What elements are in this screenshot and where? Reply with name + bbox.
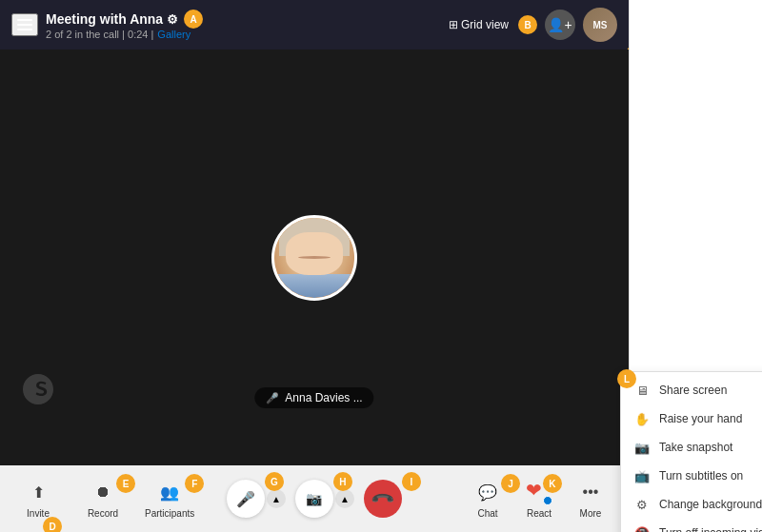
video-chevron[interactable]: ▲ <box>335 489 354 508</box>
header: Meeting with Anna ⚙ A 2 of 2 in the call… <box>0 0 629 49</box>
menu-turn-off-video[interactable]: 📵 Turn off incoming video <box>621 519 762 532</box>
avatar[interactable]: MS <box>583 8 617 42</box>
participants-icon: 👥 <box>156 479 183 505</box>
subtitles-icon: 📺 <box>634 468 650 483</box>
react-button[interactable]: ❤ React K <box>526 479 552 519</box>
settings-icon[interactable]: ⚙ <box>167 12 178 27</box>
turn-off-video-icon: 📵 <box>634 525 650 532</box>
notification-dot <box>543 496 552 505</box>
gallery-link[interactable]: Gallery <box>157 29 190 40</box>
annotation-F: F <box>185 474 204 493</box>
share-screen-label: Share screen <box>659 384 727 397</box>
subtitles-label: Turn subtitles on <box>659 469 743 483</box>
menu-change-background[interactable]: ⚙ Change background <box>621 490 762 519</box>
skype-watermark <box>19 370 57 408</box>
mic-chevron[interactable]: ▲ <box>267 489 286 508</box>
chat-button[interactable]: 💬 Chat J <box>465 479 511 519</box>
menu-take-snapshot[interactable]: 📷 Take snapshot <box>621 433 762 462</box>
header-subtitle: 2 of 2 in the call | 0:24 | Gallery <box>46 29 203 40</box>
menu-share-screen[interactable]: 🖥 Share screen <box>621 376 762 404</box>
context-menu: 🖥 Share screen ✋ Raise your hand 📷 Take … <box>620 371 762 532</box>
toolbar-right: 💬 Chat J ❤ React K ••• More <box>414 479 613 519</box>
toolbar: ⬆ Invite D ⏺ Record E 👥 Participants F 🎤… <box>0 465 629 532</box>
change-background-label: Change background <box>659 498 762 511</box>
toolbar-center: 🎤 G ▲ 📷 H ▲ 📞 I <box>214 480 413 518</box>
react-label: React <box>527 508 551 519</box>
more-label: More <box>580 508 602 519</box>
annotation-I: I <box>402 472 421 491</box>
record-icon: ⏺ <box>90 479 116 505</box>
right-panel: L 🖥 Share screen ✋ Raise your hand 📷 Tak… <box>629 0 762 532</box>
record-label: Record <box>88 508 118 519</box>
participants-button[interactable]: 👥 Participants F <box>145 479 194 519</box>
participant-button[interactable]: 👤+ <box>545 10 575 40</box>
video-name-text: Anna Davies ... <box>285 391 362 404</box>
video-area: 🎤 Anna Davies ... <box>0 49 629 465</box>
video-button[interactable]: 📷 H <box>295 480 333 518</box>
annotation-J: J <box>501 474 520 493</box>
annotation-G: G <box>265 472 284 491</box>
avatar-initials: MS <box>593 20 608 30</box>
teams-window: Meeting with Anna ⚙ A 2 of 2 in the call… <box>0 0 629 532</box>
annotation-E: E <box>116 474 135 493</box>
raise-hand-label: Raise your hand <box>659 412 742 425</box>
menu-subtitles[interactable]: 📺 Turn subtitles on <box>621 462 762 490</box>
annotation-K: K <box>543 474 562 493</box>
video-icon: 📷 <box>306 491 322 506</box>
add-person-icon: 👤+ <box>548 17 572 32</box>
mic-button[interactable]: 🎤 G <box>227 480 265 518</box>
participants-label: Participants <box>145 508 194 519</box>
record-button[interactable]: ⏺ Record E <box>80 479 126 519</box>
header-left: Meeting with Anna ⚙ A 2 of 2 in the call… <box>11 10 203 40</box>
more-button[interactable]: ••• More <box>568 479 613 519</box>
chat-label: Chat <box>477 508 497 519</box>
end-call-icon: 📞 <box>370 485 396 512</box>
subtitle-text: 2 of 2 in the call | 0:24 | <box>46 29 153 40</box>
hamburger-menu[interactable] <box>11 13 38 36</box>
annotation-L: L <box>617 369 636 388</box>
take-snapshot-icon: 📷 <box>634 440 650 455</box>
chat-icon: 💬 <box>474 479 501 505</box>
annotation-H: H <box>333 472 352 491</box>
heart-icon: ❤ <box>526 479 542 502</box>
take-snapshot-label: Take snapshot <box>659 441 732 454</box>
invite-label: Invite <box>27 508 50 519</box>
menu-raise-hand[interactable]: ✋ Raise your hand <box>621 404 762 433</box>
grid-view-button[interactable]: ⊞ Grid view <box>449 18 509 31</box>
share-screen-icon: 🖥 <box>634 383 650 398</box>
annotation-B: B <box>518 15 537 34</box>
header-right: ⊞ Grid view B 👤+ MS <box>449 8 617 42</box>
meeting-title: Meeting with Anna ⚙ A <box>46 10 203 29</box>
video-avatar <box>271 215 357 301</box>
raise-hand-icon: ✋ <box>634 411 650 426</box>
mic-icon: 🎤 <box>236 490 255 508</box>
title-text: Meeting with Anna <box>46 11 163 27</box>
toolbar-left: ⬆ Invite D ⏺ Record E 👥 Participants F <box>15 479 214 519</box>
invite-button[interactable]: ⬆ Invite D <box>15 479 61 519</box>
more-icon: ••• <box>577 479 604 505</box>
annotation-D: D <box>43 517 62 532</box>
end-call-button[interactable]: 📞 I <box>364 480 402 518</box>
grid-view-label: ⊞ Grid view <box>449 18 509 31</box>
turn-off-video-label: Turn off incoming video <box>659 526 762 532</box>
name-label: 🎤 Anna Davies ... <box>254 387 373 408</box>
header-title-group: Meeting with Anna ⚙ A 2 of 2 in the call… <box>46 10 203 40</box>
change-background-icon: ⚙ <box>634 497 650 512</box>
invite-icon: ⬆ <box>25 479 51 505</box>
annotation-A: A <box>184 10 203 29</box>
